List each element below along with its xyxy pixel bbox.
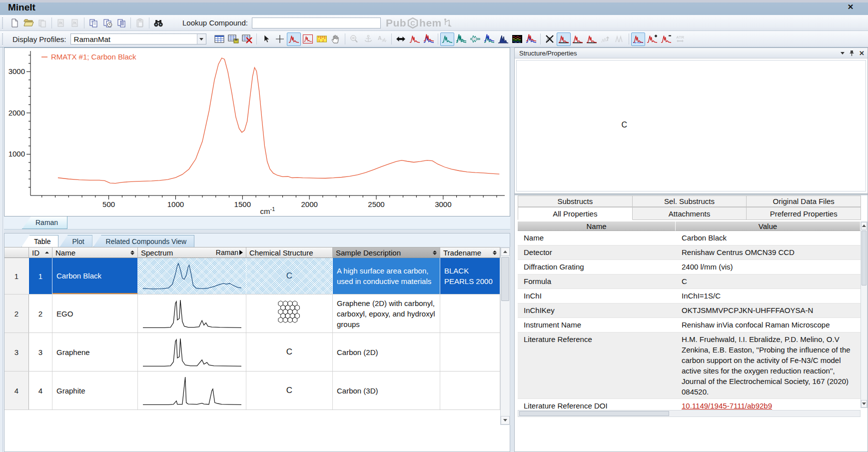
property-row[interactable]: DetectorRenishaw Centrus OMCN39 CCD [518,246,861,260]
column-header-rownum[interactable] [4,247,29,258]
grid-header-value[interactable]: Value [676,222,861,231]
spectrum-cell[interactable] [138,333,246,371]
chemical-structure-cell[interactable]: C [246,258,333,294]
table-row[interactable]: 22EGOGraphene (2D) with carbonyl, carbox… [4,294,500,333]
property-row[interactable]: NameCarbon Black [518,231,861,246]
scrollbar-thumb[interactable] [519,411,669,416]
pan-tool-icon[interactable] [329,32,343,46]
sample-description-cell[interactable]: Carbon (2D) [333,333,440,371]
name-cell[interactable]: Graphite [52,372,138,410]
select-tool-icon[interactable] [259,32,273,46]
id-cell[interactable]: 2 [29,294,52,332]
spectrum-cursor-icon[interactable] [287,32,301,46]
window-close-button[interactable]: ✕ [845,2,856,12]
hide-spectra-icon[interactable] [543,32,557,46]
table-row[interactable]: 44GraphiteCCarbon (3D) [4,372,500,410]
scroll-up-button[interactable] [861,222,867,230]
chemical-structure-cell[interactable]: C [246,333,333,371]
show-compound-spectra-icon[interactable] [585,32,599,46]
spectrum-cell[interactable] [138,294,246,332]
panel-close-icon[interactable]: ✕ [859,50,865,57]
overlay-spectra-icon[interactable] [422,32,436,46]
lookup-compound-input[interactable] [252,18,381,28]
id-cell[interactable]: 4 [29,372,52,410]
column-header-id[interactable]: ID [29,247,52,258]
table-export-icon[interactable] [226,32,240,46]
properties-horizontal-scrollbar[interactable] [518,410,861,417]
sort-icon[interactable] [433,250,437,255]
find-icon[interactable] [151,16,165,30]
table-view-icon[interactable] [212,32,226,46]
scroll-down-button[interactable] [501,416,510,424]
column-header-name[interactable]: Name [52,247,138,258]
single-spectrum-view-icon[interactable] [440,32,454,46]
add-spectrum-icon[interactable] [645,32,659,46]
column-header-chemical-structure[interactable]: Chemical Structure [246,247,333,258]
scroll-down-button[interactable] [861,400,867,408]
table-row[interactable]: 33GrapheneCCarbon (2D) [4,333,500,372]
id-cell[interactable]: 3 [29,333,52,371]
name-cell[interactable]: EGO [52,294,138,332]
spectrum-type-label[interactable]: Raman [216,248,243,256]
doi-link[interactable]: 10.1149/1945-7111/ab92b9 [682,402,772,410]
tradename-cell[interactable] [440,294,500,332]
tab-substructs[interactable]: Substructs [518,196,633,207]
sort-icon[interactable] [493,250,497,255]
tab-original-data-files[interactable]: Original Data Files [746,196,861,207]
sample-description-cell[interactable]: A high surface area carbon, used in cond… [333,258,440,294]
tradename-cell[interactable]: BLACK PEARLS 2000 [440,258,500,294]
property-row[interactable]: Literature ReferenceH.M. Fruehwald, I.I.… [518,332,861,399]
table-row[interactable]: 11Carbon BlackCA high surface area carbo… [4,258,500,294]
horizontal-splitter[interactable] [4,230,510,233]
properties-vertical-scrollbar[interactable] [861,222,868,408]
sort-icon[interactable] [130,250,134,255]
row-number-cell[interactable]: 2 [4,294,29,332]
display-profiles-select[interactable]: RamanMat [70,34,206,44]
scroll-up-button[interactable] [501,248,510,256]
chevron-down-icon[interactable] [197,34,206,44]
sort-ascending-icon[interactable] [45,252,49,254]
panel-menu-icon[interactable] [841,52,845,54]
peak-pick-icon[interactable] [408,32,422,46]
tab-sel-substructs[interactable]: Sel. Substructs [632,196,747,207]
property-row[interactable]: Instrument NameRenishaw inVia confocal R… [518,318,861,332]
multi-spectrum-view-icon[interactable] [454,32,468,46]
row-number-cell[interactable]: 4 [4,372,29,410]
show-all-spectra-icon[interactable] [571,32,585,46]
tab-attachments[interactable]: Attachments [632,207,747,220]
tab-all-properties[interactable]: All Properties [518,207,633,220]
property-row[interactable]: InChIInChI=1S/C [518,289,861,304]
spectrum-cell[interactable] [138,372,246,410]
open-file-icon[interactable] [21,16,35,30]
zoom-box-icon[interactable] [301,32,315,46]
toolbar-grip[interactable] [2,18,4,28]
sample-description-cell[interactable]: Carbon (3D) [333,372,440,410]
chemical-structure-cell[interactable] [246,294,333,332]
heatmap-view-icon[interactable] [510,32,524,46]
row-number-cell[interactable]: 3 [4,333,29,371]
tab-preferred-properties[interactable]: Preferred Properties [746,207,861,220]
overlay-red-blue-view-icon[interactable] [524,32,538,46]
filled-spectrum-view-icon[interactable] [496,32,510,46]
row-number-cell[interactable]: 1 [4,258,29,294]
tab-plot[interactable]: Plot [59,235,92,247]
chemical-structure-cell[interactable]: C [246,372,333,410]
spectrum-cell[interactable] [138,258,246,294]
tab-related-compounds-view[interactable]: Related Compounds View [93,235,195,247]
stacked-view-icon[interactable] [482,32,496,46]
table-delete-icon[interactable] [240,32,254,46]
tradename-cell[interactable] [440,333,500,371]
label-peaks-icon[interactable]: 12 [315,32,329,46]
scrollbar-thumb[interactable] [862,230,867,286]
column-header-sample-description[interactable]: Sample Description [333,247,440,258]
sample-description-cell[interactable]: Graphene (2D) with carbonyl, carboxyl, e… [333,294,440,332]
table-vertical-scrollbar[interactable] [500,247,510,425]
pin-icon[interactable] [849,50,855,56]
property-row[interactable]: Diffraction Grating2400 l/mm (vis) [518,260,861,274]
full-range-icon[interactable] [394,32,408,46]
structure-viewer[interactable]: C [516,60,866,192]
name-cell[interactable]: Graphene [52,333,138,371]
copy-with-options-icon[interactable] [100,16,114,30]
id-cell[interactable]: 1 [29,258,52,294]
copy-all-icon[interactable] [114,16,128,30]
